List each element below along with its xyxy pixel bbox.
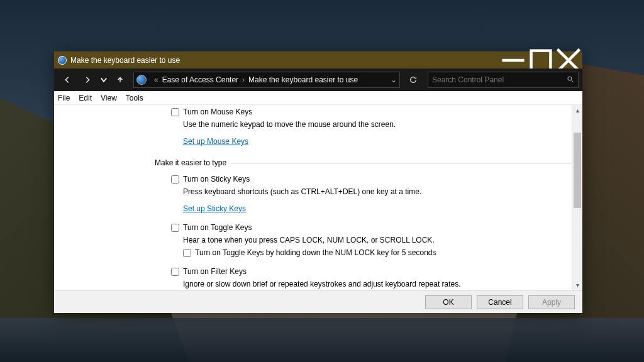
svg-point-4 xyxy=(568,76,572,80)
sticky-keys-description: Press keyboard shortcuts (such as CTRL+A… xyxy=(183,187,510,196)
forward-button[interactable] xyxy=(78,71,97,89)
back-button[interactable] xyxy=(58,71,77,89)
group-make-easier-to-type: Make it easier to type xyxy=(155,158,572,167)
location-icon xyxy=(136,75,147,85)
filter-keys-label: Turn on Filter Keys xyxy=(183,267,247,276)
window-title: Make the keyboard easier to use xyxy=(70,56,180,65)
filter-keys-description: Ignore or slow down brief or repeated ke… xyxy=(183,280,510,288)
toggle-keys-checkbox[interactable] xyxy=(171,224,179,232)
maximize-button[interactable] xyxy=(527,52,555,69)
control-panel-window: Make the keyboard easier to use « Ease o… xyxy=(54,52,582,313)
vertical-scrollbar[interactable]: ▴ ▾ xyxy=(572,105,582,290)
up-button[interactable] xyxy=(111,71,130,89)
ok-button[interactable]: OK xyxy=(425,295,472,309)
sticky-keys-checkbox[interactable] xyxy=(171,175,179,184)
toggle-keys-description: Hear a tone when you press CAPS LOCK, NU… xyxy=(183,236,510,244)
mouse-keys-description: Use the numeric keypad to move the mouse… xyxy=(183,120,510,129)
apply-button[interactable]: Apply xyxy=(528,295,575,309)
settings-panel: Turn on Mouse Keys Use the numeric keypa… xyxy=(54,105,572,290)
setup-sticky-keys-link[interactable]: Set up Sticky Keys xyxy=(183,204,246,213)
dialog-button-bar: OK Cancel Apply xyxy=(54,290,582,313)
menu-bar: File Edit View Tools xyxy=(54,91,582,105)
toggle-keys-numlock-label: Turn on Toggle Keys by holding down the … xyxy=(195,248,436,257)
address-bar[interactable]: « Ease of Access Center › Make the keybo… xyxy=(133,72,400,88)
sticky-keys-label: Turn on Sticky Keys xyxy=(183,175,250,184)
mouse-keys-label: Turn on Mouse Keys xyxy=(183,107,252,116)
svg-rect-1 xyxy=(531,51,551,70)
toggle-keys-label: Turn on Toggle Keys xyxy=(183,223,252,232)
toggle-keys-numlock-checkbox[interactable] xyxy=(183,249,191,257)
scroll-down-icon[interactable]: ▾ xyxy=(572,280,582,290)
search-input[interactable] xyxy=(432,75,567,84)
close-button[interactable] xyxy=(555,52,582,69)
menu-view[interactable]: View xyxy=(101,94,117,102)
cancel-button[interactable]: Cancel xyxy=(477,295,523,309)
chevrons-left-icon: « xyxy=(154,75,158,84)
svg-line-5 xyxy=(572,80,574,82)
titlebar: Make the keyboard easier to use xyxy=(54,52,582,69)
breadcrumb-current[interactable]: Make the keyboard easier to use xyxy=(248,75,358,84)
address-dropdown-icon[interactable]: ⌄ xyxy=(391,75,397,84)
menu-tools[interactable]: Tools xyxy=(126,94,143,102)
minimize-button[interactable] xyxy=(499,52,527,69)
refresh-button[interactable] xyxy=(404,72,423,88)
menu-file[interactable]: File xyxy=(58,94,70,102)
scroll-up-icon[interactable]: ▴ xyxy=(572,105,582,116)
content-area: Turn on Mouse Keys Use the numeric keypa… xyxy=(54,105,582,290)
navigation-bar: « Ease of Access Center › Make the keybo… xyxy=(54,69,582,91)
mouse-keys-checkbox[interactable] xyxy=(171,108,179,116)
menu-edit[interactable]: Edit xyxy=(79,94,92,102)
scrollbar-thumb[interactable] xyxy=(574,133,581,208)
filter-keys-checkbox[interactable] xyxy=(171,268,179,276)
recent-locations-dropdown[interactable] xyxy=(98,71,109,89)
setup-mouse-keys-link[interactable]: Set up Mouse Keys xyxy=(183,137,248,146)
breadcrumb-ease-of-access[interactable]: Ease of Access Center xyxy=(162,75,238,84)
ease-of-access-icon xyxy=(58,56,67,65)
chevron-right-icon: › xyxy=(242,75,245,84)
search-icon[interactable] xyxy=(567,75,574,85)
search-box[interactable] xyxy=(428,72,579,88)
